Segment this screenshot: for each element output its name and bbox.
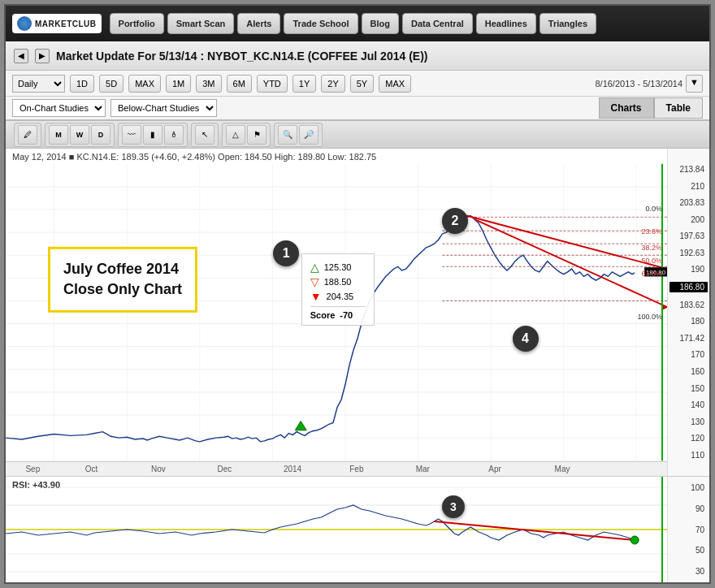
nav-blog[interactable]: Blog xyxy=(362,13,399,34)
x-apr: Apr xyxy=(488,465,501,473)
price-scale: 213.84 210 203.83 200 197.63 192.63 190 … xyxy=(667,149,709,476)
line-chart-icon[interactable]: 〰 xyxy=(122,125,141,145)
period-3m[interactable]: 3M xyxy=(196,75,221,93)
x-feb: Feb xyxy=(349,465,363,473)
circle-4: 4 xyxy=(513,326,539,352)
on-chart-studies[interactable]: On-Chart Studies xyxy=(12,99,106,117)
price-197: 197.63 xyxy=(670,231,708,240)
score-up-icon: △ xyxy=(310,261,319,274)
tab-table[interactable]: Table xyxy=(654,97,703,119)
score-down-big-icon: ▼ xyxy=(310,290,322,303)
next-arrow[interactable]: ▶ xyxy=(35,49,50,63)
price-192: 192.63 xyxy=(670,249,708,257)
date-range-text: 8/16/2013 - 5/13/2014 xyxy=(595,79,682,89)
cursor-icon[interactable]: 🖉 xyxy=(18,125,37,145)
prev-arrow[interactable]: ◀ xyxy=(14,49,28,63)
fib-1000: 100.0% xyxy=(637,313,662,321)
period-ytd[interactable]: YTD xyxy=(257,75,288,93)
price-210: 210 xyxy=(670,182,708,191)
circle-1: 1 xyxy=(273,240,299,266)
score-value-3: 204.35 xyxy=(327,292,354,301)
zoom-out-icon[interactable]: 🔎 xyxy=(299,125,318,145)
period-max2[interactable]: MAX xyxy=(379,75,411,93)
candle-icon[interactable]: 🕯 xyxy=(164,125,184,145)
x-sep: Sep xyxy=(25,465,40,473)
score-value-1: 125.30 xyxy=(324,262,352,272)
bar-chart-icon[interactable]: ▮ xyxy=(143,125,162,145)
date-dropdown[interactable]: ▼ xyxy=(686,75,703,93)
price-120: 120 xyxy=(670,434,708,443)
rsi-30: 30 xyxy=(670,567,708,576)
day-icon[interactable]: D xyxy=(91,125,110,145)
nav-triangles[interactable]: Triangles xyxy=(540,13,596,34)
score-row-2: ▽ 188.50 xyxy=(310,275,366,288)
period-5d[interactable]: 5D xyxy=(99,75,124,93)
x-nov: Nov xyxy=(151,465,166,473)
logo[interactable]: MARKETCLUB xyxy=(12,14,102,33)
x-axis: Sep Oct Nov Dec 2014 Feb Mar Apr May xyxy=(6,461,667,476)
period-select[interactable]: Daily Weekly Monthly xyxy=(12,75,65,93)
annotation-box: July Coffee 2014Close Only Chart xyxy=(48,247,197,312)
circle-2: 2 xyxy=(442,208,468,234)
x-mar: Mar xyxy=(416,465,430,473)
rsi-100: 100 xyxy=(670,483,708,492)
timeframe-icons: M W D xyxy=(45,123,115,147)
x-dec: Dec xyxy=(217,465,232,473)
tab-charts[interactable]: Charts xyxy=(599,97,654,119)
rsi-panel: RSI: +43.90 3 100 xyxy=(6,477,709,582)
price-203: 203.83 xyxy=(670,198,708,207)
price-160: 160 xyxy=(670,367,708,376)
period-2y[interactable]: 2Y xyxy=(321,75,344,93)
chart-area: May 12, 2014 ■ KC.N14.E: 189.35 (+4.60, … xyxy=(6,149,709,582)
price-200: 200 xyxy=(670,215,708,224)
week-icon[interactable]: W xyxy=(70,125,89,145)
period-1y[interactable]: 1Y xyxy=(292,75,316,93)
rsi-chart-svg xyxy=(6,477,667,582)
period-max1[interactable]: MAX xyxy=(128,75,161,93)
nav-smartscan[interactable]: Smart Scan xyxy=(167,13,235,34)
price-171: 171.42 xyxy=(670,334,708,343)
annotation-text: July Coffee 2014Close Only Chart xyxy=(63,261,182,297)
title-row: ◀ ▶ Market Update For 5/13/14 : NYBOT_KC… xyxy=(6,41,709,71)
score-box: △ 125.30 ▽ 188.50 ▼ 204.35 Score -70 xyxy=(301,253,375,326)
studies-row: On-Chart Studies Below-Chart Studies Cha… xyxy=(6,97,709,121)
chart-toolbar: 🖉 M W D 〰 ▮ 🕯 ↖ △ ⚑ 🔍 🔎 xyxy=(6,121,709,149)
pointer-icon[interactable]: ↖ xyxy=(195,125,214,145)
date-range: 8/16/2013 - 5/13/2014 ▼ xyxy=(595,75,703,93)
svg-line-29 xyxy=(474,219,667,307)
price-213: 213.84 xyxy=(670,165,708,174)
nav-datacentral[interactable]: Data Central xyxy=(402,13,473,34)
fib-618: 61.8% xyxy=(641,270,662,278)
chart-table-tabs: Charts Table xyxy=(599,97,703,119)
period-6m[interactable]: 6M xyxy=(227,75,252,93)
month-icon[interactable]: M xyxy=(49,125,68,145)
nav-portfolio[interactable]: Portfolio xyxy=(110,13,164,34)
pointer-tools: ↖ xyxy=(191,123,219,147)
nav-tradeschool[interactable]: Trade School xyxy=(284,13,358,34)
chart-title: Market Update For 5/13/14 : NYBOT_KC.N14… xyxy=(56,50,427,63)
period-1m[interactable]: 1M xyxy=(166,75,191,93)
toolbar-row: Daily Weekly Monthly 1D 5D MAX 1M 3M 6M … xyxy=(6,71,709,97)
triangle-flag-icon[interactable]: ⚑ xyxy=(247,125,266,145)
chart-date-info: May 12, 2014 ■ KC.N14.E: 189.35 (+4.60, … xyxy=(12,152,376,162)
nav-alerts[interactable]: Alerts xyxy=(237,13,280,34)
main-window: MARKETCLUB Portfolio Smart Scan Alerts T… xyxy=(4,4,711,584)
price-180: 180 xyxy=(670,317,708,326)
triangle-up-icon[interactable]: △ xyxy=(226,125,245,145)
chart-type-icons: 〰 ▮ 🕯 xyxy=(118,123,188,147)
period-5y[interactable]: 5Y xyxy=(350,75,374,93)
zoom-in-icon[interactable]: 🔍 xyxy=(278,125,297,145)
fib-0: 0.0% xyxy=(645,205,662,213)
nav-headlines[interactable]: Headlines xyxy=(476,13,536,34)
svg-point-42 xyxy=(630,536,639,544)
period-1d[interactable]: 1D xyxy=(70,75,94,93)
logo-text: MARKETCLUB xyxy=(35,19,97,28)
price-170: 170 xyxy=(670,350,708,359)
top-navigation: MARKETCLUB Portfolio Smart Scan Alerts T… xyxy=(6,6,709,41)
price-186-highlight: 186.80 xyxy=(670,282,708,292)
below-chart-studies[interactable]: Below-Chart Studies xyxy=(110,99,217,117)
rsi-90: 90 xyxy=(670,504,708,513)
score-row-3: ▼ 204.35 xyxy=(310,290,366,303)
svg-marker-33 xyxy=(295,422,306,430)
rsi-70: 70 xyxy=(670,525,708,534)
